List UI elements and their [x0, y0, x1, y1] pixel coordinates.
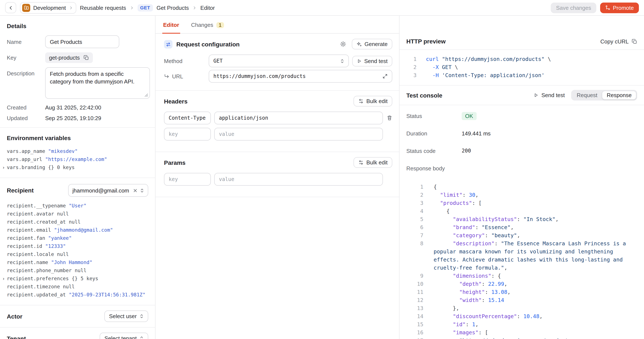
breadcrumb-reusable-requests[interactable]: Reusable requests: [80, 4, 126, 11]
expand-chevron-icon[interactable]: ›: [2, 164, 5, 172]
bulk-edit-icon: [358, 160, 364, 165]
headers-bulk-edit-button[interactable]: Bulk edit: [354, 96, 392, 106]
line-number: 5: [406, 215, 423, 223]
header-key-input[interactable]: [164, 112, 211, 124]
save-changes-button[interactable]: Save changes: [551, 2, 596, 13]
tenant-header: Tenant Select tenant: [7, 332, 148, 339]
env-var-value: "https://example.com": [45, 156, 107, 162]
response-line-content: "category": "beauty",: [423, 231, 637, 239]
request-response-toggle: Request Response: [571, 90, 637, 100]
preview-column: HTTP preview Copy cURL 1curl "https://du…: [400, 16, 644, 339]
response-line-content: "brand": "Essence",: [423, 223, 637, 231]
back-button[interactable]: [5, 2, 16, 13]
name-input[interactable]: [45, 35, 119, 48]
response-line-content: "dimensions": {: [423, 272, 637, 280]
console-send-test-button[interactable]: Send test: [534, 92, 565, 98]
response-line: 3 "products": [: [406, 199, 637, 207]
breadcrumb-request-name[interactable]: Get Products: [156, 4, 189, 11]
chevron-up-down-icon: [340, 58, 344, 64]
line-number: 17: [406, 336, 423, 339]
actor-section: Actor Select user: [0, 305, 155, 328]
actor-select[interactable]: Select user: [104, 310, 148, 322]
delete-row-icon[interactable]: [386, 115, 392, 121]
description-textarea[interactable]: Fetch products from a specific category …: [45, 67, 150, 99]
line-number: 1: [406, 55, 416, 63]
header-row: [164, 128, 392, 140]
generate-button[interactable]: Generate: [352, 39, 392, 50]
changes-count-badge: 1: [216, 22, 224, 28]
environment-variable-list: vars.app_name"mikesdev"vars.app_url"http…: [7, 147, 148, 172]
recipient-field-key: recipient.preferences: [7, 276, 69, 282]
headers-header: Headers Bulk edit: [164, 96, 392, 106]
tenant-select[interactable]: Select tenant: [100, 332, 148, 339]
recipient-field-value: "12333": [45, 243, 66, 249]
chevron-right-icon: [193, 6, 196, 10]
copy-icon[interactable]: [84, 55, 89, 60]
resize-handle-icon[interactable]: [144, 93, 148, 97]
response-line: 17 "https://cdn.dummyjson.com/product-im…: [406, 336, 637, 339]
expand-icon[interactable]: [382, 74, 388, 79]
header-key-input[interactable]: [164, 128, 211, 140]
request-tab[interactable]: Request: [572, 91, 602, 100]
bulk-edit-label: Bulk edit: [366, 159, 388, 166]
line-number: 15: [406, 320, 423, 328]
sparkle-icon: [356, 41, 362, 47]
response-body-code: 1{2 "limit": 30,3 "products": [4 {5 "ava…: [400, 181, 644, 339]
request-configuration-header: Request configuration Generate: [164, 39, 392, 50]
actor-header: Actor Select user: [7, 310, 148, 322]
env-var-row: ›vars.branding{} 0 keys: [7, 164, 148, 172]
method-select[interactable]: GET: [209, 54, 349, 67]
method-row: Method GET Send test: [164, 54, 392, 67]
env-var-key: vars.app_url: [7, 156, 42, 162]
headers-section: Headers Bulk edit: [156, 91, 399, 152]
env-var-key: vars.app_name: [7, 148, 45, 154]
workspace-folder-icon: [22, 4, 30, 12]
curl-line: 3 -H 'Content-Type: application/json': [406, 71, 637, 79]
url-input[interactable]: https://dummyjson.com/products: [209, 70, 392, 82]
header-value-input[interactable]: [214, 112, 383, 124]
response-line: 13 },: [406, 304, 637, 312]
line-number: 2: [406, 191, 423, 199]
tenant-heading: Tenant: [7, 335, 26, 339]
promote-button[interactable]: Promote: [600, 2, 639, 13]
expand-chevron-icon[interactable]: ›: [2, 275, 5, 283]
recipient-field-value: "User": [69, 203, 86, 209]
param-value-input[interactable]: [214, 173, 383, 186]
created-value: Aug 31 2025, 22:42:00: [45, 104, 101, 111]
description-row: Description Fetch products from a specif…: [7, 67, 148, 100]
env-var-key: vars.branding: [7, 164, 45, 170]
url-row: URL https://dummyjson.com/products: [164, 70, 392, 82]
send-test-label: Send test: [364, 58, 388, 64]
recipient-field-row: recipient.email"jhammond@gmail.com": [7, 226, 148, 234]
recipient-field-row: recipient.updated_at"2025-09-23T14:56:31…: [7, 291, 148, 299]
promote-label: Promote: [613, 4, 634, 11]
top-bar: Development Reusable requests GET Get Pr…: [0, 0, 644, 16]
response-line-content: "depth": 22.99,: [423, 280, 637, 288]
tab-editor[interactable]: Editor: [162, 22, 180, 34]
recipient-field-value: {} 5 keys: [72, 276, 98, 282]
status-code-row: Status code 200: [406, 146, 637, 156]
param-key-input[interactable]: [164, 173, 211, 186]
response-body-label: Response body: [406, 165, 462, 172]
header-value-input[interactable]: [214, 128, 383, 140]
recipient-field-key: recipient.timezone: [7, 284, 60, 290]
tab-changes[interactable]: Changes1: [190, 22, 225, 34]
status-label: Status: [406, 113, 462, 119]
line-number: 13: [406, 304, 423, 312]
send-test-button[interactable]: Send test: [352, 56, 392, 66]
response-line-content: "height": 13.08,: [423, 288, 637, 296]
response-line-content: {: [423, 183, 637, 191]
workspace-switcher[interactable]: Development: [20, 2, 76, 14]
copy-curl-button[interactable]: Copy cURL: [600, 38, 637, 44]
recipient-select[interactable]: jhammond@gmail.com: [68, 184, 148, 197]
params-bulk-edit-button[interactable]: Bulk edit: [354, 157, 392, 168]
gear-icon[interactable]: [340, 41, 346, 47]
clear-icon[interactable]: [133, 188, 137, 192]
bulk-edit-label: Bulk edit: [366, 98, 388, 104]
param-kv-list: [164, 173, 392, 186]
line-number: 9: [406, 272, 423, 280]
recipient-field-row: recipient.avatarnull: [7, 210, 148, 218]
response-tab[interactable]: Response: [602, 91, 636, 100]
details-sidebar: Details Name Key get-products Descripti: [0, 16, 156, 339]
recipient-field-key: recipient.fan: [7, 235, 45, 241]
